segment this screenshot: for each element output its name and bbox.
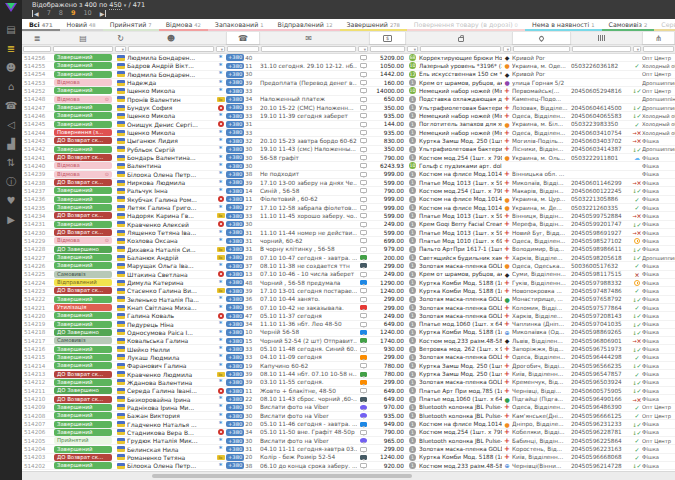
- chat-icon[interactable]: [360, 97, 367, 102]
- warehouse-icon[interactable]: ⌂: [0, 77, 22, 96]
- table-row-514213[interactable]: 514213ДО Возврат ск...Кравченко Людмилаl…: [22, 370, 675, 378]
- table-row-514252[interactable]: 514252ЗавершенийІщенко Микола*+380331400…: [22, 87, 675, 95]
- products-column[interactable]: [419, 32, 502, 44]
- chat-icon[interactable]: [360, 388, 367, 393]
- phone-cell[interactable]: +38038: [226, 462, 260, 469]
- filter-input-ttn-column[interactable]: [572, 46, 631, 52]
- dashboard-icon[interactable]: ▤: [0, 20, 22, 39]
- phone-cell[interactable]: +38015: [226, 337, 260, 344]
- status-badge[interactable]: Відмова: [54, 79, 112, 86]
- table-row-514217[interactable]: 514217СамовивізКовальська Галина*+38015Ч…: [22, 337, 675, 345]
- chat-icon[interactable]: [360, 222, 367, 227]
- table-row-514243[interactable]: 514243ДО Возврат ск...Цыганюк Лидия*+380…: [22, 137, 675, 145]
- phone-cell[interactable]: +38011: [226, 62, 260, 69]
- table-row-514208[interactable]: 514208ЗавершенийБажан Виктория*+38030Вис…: [22, 412, 675, 420]
- status-badge[interactable]: Завершений: [54, 196, 112, 203]
- status-badge[interactable]: Завершений: [54, 187, 112, 194]
- filter-input-phone-column[interactable]: [227, 46, 259, 52]
- chat-icon[interactable]: [360, 155, 367, 160]
- table-row-514204[interactable]: 514204ЗавершенийБелинская Нила*+3803104.…: [22, 445, 675, 453]
- status-badge[interactable]: ДО Возврат ск...: [54, 154, 112, 161]
- filter-input-order-id-column[interactable]: [23, 46, 51, 52]
- phone-cell[interactable]: +38039: [226, 179, 260, 186]
- phone-cell[interactable]: +38039: [226, 370, 260, 377]
- table-row-514241[interactable]: 514241ДО Возврат ск...Бондарь Валентина.…: [22, 154, 675, 162]
- phone-cell[interactable]: +38032: [226, 137, 260, 144]
- chat-icon[interactable]: [360, 397, 367, 402]
- table-row-514234[interactable]: 514234ДО Возврат ск...Надоряк Карина Гв.…: [22, 212, 675, 220]
- phone-cell[interactable]: +38028: [226, 254, 260, 261]
- table-row-514216[interactable]: 514216ЗавершенийШейко Нелли*+3803305.10 …: [22, 345, 675, 353]
- status-badge[interactable]: ДО Возврат ск...: [54, 371, 112, 378]
- page-size-dropdown[interactable]: 450: [109, 1, 121, 10]
- chat-icon[interactable]: [360, 338, 367, 343]
- marketing-icon[interactable]: ◁: [0, 115, 22, 134]
- phone-cell[interactable]: +38033: [226, 212, 260, 219]
- phone-cell[interactable]: +38030: [226, 71, 260, 78]
- filter-input-products-column[interactable]: [420, 46, 501, 52]
- chat-icon[interactable]: [360, 80, 367, 85]
- status-badge[interactable]: ДО Завершено: [54, 387, 112, 394]
- feedback-icon[interactable]: ♥: [0, 191, 22, 210]
- phone-cell[interactable]: +38033: [226, 129, 260, 136]
- chat-icon[interactable]: [360, 330, 367, 335]
- status-badge[interactable]: Завершений: [54, 404, 112, 411]
- tab-Відмова[interactable]: Відмова42: [159, 19, 208, 31]
- phone-cell[interactable]: +38010: [226, 329, 260, 336]
- status-badge[interactable]: ДО Возврат ск...: [54, 212, 112, 219]
- table-row-514227[interactable]: 514227ЗавершенийБаланюк Андрійlic+380280…: [22, 254, 675, 262]
- phone-cell[interactable]: +38033: [226, 345, 260, 352]
- table-row-514222[interactable]: 514222ЗавершенийЗеленько Наталія Па...*+…: [22, 296, 675, 304]
- phone-column[interactable]: ☎: [226, 32, 260, 44]
- phone-cell[interactable]: +38033: [226, 354, 260, 361]
- status-badge[interactable]: Завершений: [54, 121, 112, 128]
- status-badge[interactable]: Завершений: [54, 146, 112, 153]
- phone-cell[interactable]: +38031: [226, 229, 260, 236]
- status-badge[interactable]: ДО Завершено: [54, 329, 112, 336]
- table-row-514223[interactable]: 514223ДО Возврат ск...Стасенко Галина Ви…: [22, 287, 675, 295]
- chat-icon[interactable]: [360, 413, 367, 418]
- clients-icon[interactable]: ☻: [0, 58, 22, 77]
- table-row-514221[interactable]: 514221УтилізаціяКнап Світлана Миха...*+3…: [22, 304, 675, 312]
- phone-cell[interactable]: +38031: [226, 445, 260, 452]
- tab-Відправлений[interactable]: Відправлений12: [271, 19, 340, 31]
- status-badge[interactable]: Завершений: [54, 379, 112, 386]
- chat-icon[interactable]: [360, 63, 367, 68]
- chat-icon[interactable]: [360, 72, 367, 77]
- phone-cell[interactable]: +38027: [226, 204, 260, 211]
- table-row-514245[interactable]: 514245ЗавершенийОнищук Денис Сергі...+38…: [22, 121, 675, 129]
- status-badge[interactable]: Утилізація: [54, 304, 112, 311]
- status-badge[interactable]: Самовивіз: [54, 271, 112, 278]
- table-row-514248[interactable]: 514248Відмова⊙Пронів Валентинlic+38034На…: [22, 96, 675, 104]
- filter-input-qty-column[interactable]: ▾: [407, 46, 418, 52]
- phone-cell[interactable]: +38020: [226, 420, 260, 427]
- table-row-514218[interactable]: 514218ДО ЗавершеноОдносумова Раіса І...*…: [22, 329, 675, 337]
- status-badge[interactable]: Завершений: [54, 429, 112, 436]
- phone-cell[interactable]: +38038: [226, 171, 260, 178]
- orders-icon[interactable]: ≣: [0, 39, 22, 58]
- first-page-button[interactable]: ◀: [32, 10, 39, 17]
- phone-cell[interactable]: +38011: [226, 387, 260, 394]
- statistics-icon[interactable]: ▟: [0, 134, 22, 153]
- chat-icon[interactable]: [360, 213, 367, 218]
- table-row-514238[interactable]: 514238ДО Возврат ск...Ниркова Людмила*+3…: [22, 179, 675, 187]
- qty-column[interactable]: [406, 32, 419, 44]
- filter-input-comment-column[interactable]: [261, 46, 356, 52]
- table-row-514244[interactable]: 514244Повернення (з...Іщенко Микола*+380…: [22, 129, 675, 137]
- table-row-514228[interactable]: 514228ДО ЗавершеноДихавка Наталія Си...l…: [22, 246, 675, 254]
- status-badge[interactable]: Прийнятий: [54, 437, 112, 444]
- chat-icon[interactable]: [360, 138, 367, 143]
- table-row-514212[interactable]: 514212ЗавершенийЖданова Валентина*+38039…: [22, 379, 675, 387]
- filter-input-channel-column[interactable]: [643, 46, 674, 52]
- chat-icon[interactable]: [360, 163, 367, 168]
- filter-input-client-column[interactable]: [128, 46, 214, 52]
- table-row-514207[interactable]: 514207ЗавершенийГладченко Наталья ...*+3…: [22, 420, 675, 428]
- chat-icon[interactable]: [360, 405, 367, 410]
- table-row-514205[interactable]: 514205ПрийнятийГрудюк Наталія Мик...*+38…: [22, 437, 675, 445]
- table-row-514235[interactable]: 514235ЗавершенийЛетяк Галина Григо...*+3…: [22, 204, 675, 212]
- chat-icon[interactable]: [360, 255, 367, 260]
- phone-cell[interactable]: +38039: [226, 79, 260, 86]
- phone-cell[interactable]: +38030: [226, 146, 260, 153]
- tab-Самовивіз[interactable]: Самовивіз2: [602, 19, 655, 31]
- payment-column[interactable]: $: [369, 32, 406, 44]
